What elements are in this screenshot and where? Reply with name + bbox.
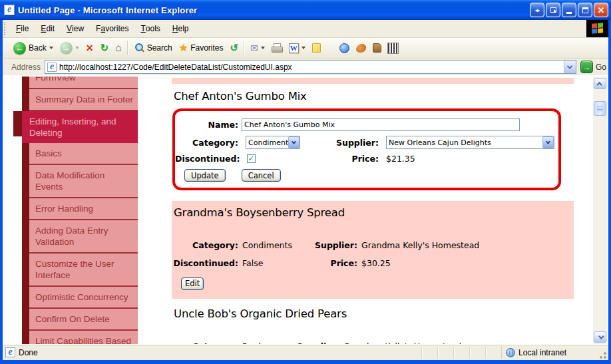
sidebar-item-customize-ui[interactable]: Customize the User Interface — [29, 254, 138, 287]
standard-toolbar: ← Back → ✕ ↻ ⌂ Search ★ Favorites ↺ ✉ W — [3, 38, 608, 59]
word-icon: W — [289, 43, 299, 53]
discontinued-label: Discontinued: — [175, 154, 242, 164]
sidebar-item-adding-validation[interactable]: Adding Data Entry Validation — [29, 220, 138, 254]
menubar-grip[interactable] — [4, 22, 9, 35]
sidebar-item-error-handling[interactable]: Error Handling — [29, 198, 138, 220]
category-value: Condiments — [238, 240, 307, 250]
home-button[interactable]: ⌂ — [112, 41, 125, 55]
sidebar-nav: FormView Summary Data in Footer Editing,… — [13, 77, 138, 344]
barcode-icon — [388, 43, 398, 53]
addon2-button[interactable] — [385, 42, 401, 55]
toolbar-separator — [244, 41, 245, 55]
product-heading-editing: Chef Anton's Gumbo Mix — [172, 84, 574, 108]
notes-button[interactable] — [309, 42, 324, 54]
menu-tools[interactable]: Tools — [134, 20, 166, 37]
browser-window: Untitled Page - Microsoft Internet Explo… — [0, 0, 611, 364]
menu-help[interactable]: Help — [166, 20, 195, 37]
mail-button[interactable]: ✉ — [247, 41, 268, 55]
messenger-icon — [339, 43, 349, 53]
menu-bar: File Edit View Favorites Tools Help — [3, 20, 608, 38]
sidebar-item-confirm-on-delete[interactable]: Confirm On Delete — [29, 309, 138, 331]
product-heading: Grandma's Boysenberry Spread — [172, 202, 574, 225]
supplier-label: Supplier: — [290, 341, 339, 345]
back-dropdown-icon[interactable] — [49, 47, 53, 51]
supplier-select[interactable]: New Orleans Cajun Delights — [386, 136, 554, 149]
zone-label: Local intranet — [518, 348, 566, 357]
scroll-down-button[interactable] — [594, 331, 606, 343]
edit-with-word-button[interactable]: W — [286, 42, 309, 55]
close-button[interactable]: ✕ — [594, 3, 608, 17]
address-bar: Address http://localhost:1227/Code/EditD… — [3, 59, 608, 77]
scroll-up-button[interactable] — [594, 78, 606, 89]
research-button[interactable] — [369, 42, 385, 54]
history-button[interactable]: ↺ — [227, 41, 242, 55]
minimize-button[interactable] — [562, 3, 576, 17]
page-icon — [47, 63, 57, 72]
status-pane — [453, 347, 469, 359]
maximize-button[interactable] — [578, 3, 592, 17]
cancel-button[interactable]: Cancel — [242, 169, 281, 182]
check-icon: ✓ — [248, 154, 254, 162]
addon-button[interactable] — [353, 43, 369, 54]
mail-dropdown-icon[interactable] — [261, 47, 265, 51]
update-button[interactable]: Update — [184, 169, 226, 182]
discontinued-checkbox[interactable]: ✓ — [247, 154, 256, 163]
sidebar-item-basics[interactable]: Basics — [29, 143, 138, 165]
detach-button[interactable] — [546, 3, 560, 17]
refresh-icon: ↻ — [100, 42, 108, 54]
address-dropdown-button[interactable] — [564, 61, 576, 73]
go-arrow-icon: → — [580, 61, 593, 73]
menu-file[interactable]: File — [10, 20, 35, 37]
status-pane — [469, 347, 485, 359]
menu-view[interactable]: View — [61, 20, 90, 37]
name-label: Name: — [175, 120, 242, 130]
sidebar-item-optimistic-concurrency[interactable]: Optimistic Concurrency — [29, 287, 138, 309]
go-button[interactable]: → Go — [580, 61, 606, 73]
price-value: $21.35 — [382, 154, 552, 164]
category-selected-value: Condiments — [246, 138, 288, 147]
datalist-row-grandmas: Grandma's Boysenberry Spread Category: C… — [172, 201, 574, 299]
sidebar-item-summary-data[interactable]: Summary Data in Footer — [29, 89, 138, 111]
nav-toggle-button[interactable]: ◂▸ — [530, 3, 544, 17]
category-select-arrow[interactable] — [288, 136, 300, 148]
name-input[interactable] — [242, 118, 520, 131]
favorites-label: Favorites — [190, 43, 223, 53]
maximize-icon — [582, 7, 588, 13]
word-dropdown-icon[interactable] — [302, 47, 306, 51]
menu-favorites[interactable]: Favorites — [90, 20, 134, 37]
sidebar-item-data-modification-events[interactable]: Data Modification Events — [29, 165, 138, 198]
close-icon: ✕ — [598, 6, 605, 15]
vertical-scrollbar[interactable] — [593, 77, 607, 344]
sidebar-item-limit-capabilities[interactable]: Limit Capabilities Based on User — [29, 331, 138, 344]
menu-edit[interactable]: Edit — [35, 20, 61, 37]
stop-button[interactable]: ✕ — [83, 41, 97, 55]
print-button[interactable] — [268, 42, 286, 54]
forward-button[interactable]: → — [57, 41, 83, 56]
edit-button[interactable]: Edit — [181, 277, 204, 290]
supplier-select-arrow[interactable] — [542, 136, 554, 148]
address-url[interactable]: http://localhost:1227/Code/EditDeleteDat… — [57, 63, 564, 72]
favorites-button[interactable]: ★ Favorites — [176, 41, 227, 55]
address-field[interactable]: http://localhost:1227/Code/EditDeleteDat… — [45, 60, 576, 74]
supplier-label: Supplier: — [307, 240, 357, 250]
scrollbar-thumb[interactable] — [594, 101, 606, 116]
discontinued-label: Discontinued: — [172, 258, 238, 268]
category-select[interactable]: Condiments — [246, 136, 300, 149]
chevron-down-icon — [598, 333, 604, 339]
sidebar-item-editing-inserting-deleting[interactable]: Editing, Inserting, and Deleting — [22, 111, 138, 143]
history-icon: ↺ — [230, 42, 239, 54]
chevron-up-icon — [596, 82, 602, 87]
back-button[interactable]: ← Back — [10, 41, 57, 56]
refresh-button[interactable]: ↻ — [97, 41, 112, 55]
address-label: Address — [10, 63, 45, 72]
menu-items: File Edit View Favorites Tools Help — [10, 20, 195, 37]
search-button[interactable]: Search — [130, 41, 176, 55]
row-actions: Edit — [181, 276, 574, 290]
supplier-label: Supplier: — [315, 138, 382, 148]
messenger-button[interactable] — [336, 42, 353, 55]
edit-buttons-row: Update Cancel — [184, 169, 552, 182]
sidebar-item-formview[interactable]: FormView — [29, 77, 138, 89]
name-row: Name: — [175, 118, 552, 131]
window-resize-grip[interactable] — [597, 349, 608, 360]
status-pane — [485, 347, 501, 359]
